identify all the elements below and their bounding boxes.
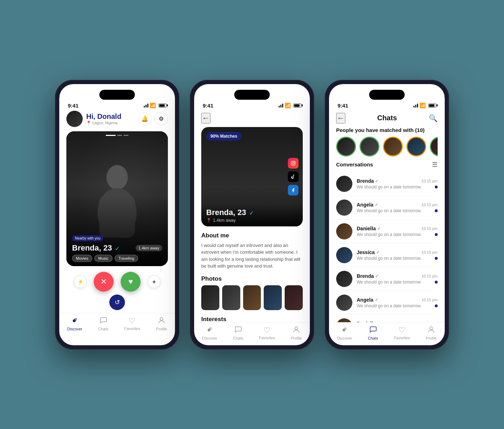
conv-name-1: Brenda — [357, 178, 374, 184]
nav-discover-2[interactable]: Discover — [202, 325, 217, 340]
hero-distance: 1.4km away — [213, 218, 236, 223]
filter-button[interactable]: ⚙ — [154, 112, 168, 126]
sb3-2 — [415, 105, 416, 108]
like-button[interactable]: ♥ — [121, 272, 141, 292]
conv-avatar-img-3 — [336, 223, 352, 240]
nav-profile-2[interactable]: Profile — [291, 325, 302, 340]
back-button-3[interactable]: ← — [336, 113, 345, 123]
conv-verified-5: ✓ — [375, 274, 379, 279]
battery-fill-3 — [429, 104, 434, 107]
dynamic-island-2 — [234, 90, 270, 100]
chats-nav-icon-2 — [234, 325, 242, 335]
svg-point-0 — [106, 165, 128, 190]
conv-time-4: 10:15 pm — [421, 250, 438, 254]
nav-chats-2[interactable]: Chats — [233, 325, 243, 340]
svg-point-10 — [209, 327, 212, 330]
chats-nav-icon-1 — [99, 316, 107, 326]
nav-profile-1[interactable]: Profile — [156, 316, 167, 331]
status-icons-2: 📶 — [279, 103, 301, 108]
boost-button[interactable]: ★ — [148, 275, 160, 288]
svg-point-14 — [430, 327, 433, 330]
conv-avatar-img-7 — [336, 318, 352, 322]
conv-preview-row-3: We should go on a date tomorrow. — [357, 232, 438, 237]
conversation-daniella-1[interactable]: Daniella ✓ 10:15 pm We should go on a da… — [336, 220, 438, 243]
nav-chats-3[interactable]: Chats — [368, 325, 378, 340]
conversations-list: Brenda ✓ 10:15 pm We should go on a date… — [329, 172, 445, 322]
about-text: I would call myself an introvert and als… — [201, 242, 303, 270]
unread-dot-2 — [435, 209, 438, 212]
back-button-2[interactable]: ← — [201, 113, 210, 123]
nav-chats-1[interactable]: Chats — [98, 316, 109, 331]
conv-preview-row-1: We should go on a date tomorrow. — [357, 185, 438, 189]
svg-point-11 — [295, 327, 298, 330]
conv-verified-6: ✓ — [375, 297, 378, 302]
match-avatar-5[interactable] — [430, 137, 438, 156]
conv-verified-2: ✓ — [375, 202, 378, 207]
conv-avatar-brenda-2 — [336, 271, 352, 287]
conv-preview-1: We should go on a date tomorrow. — [357, 185, 432, 189]
phones-container: 9:41 📶 — [55, 80, 449, 350]
bottom-nav-3: Discover Chats ♡ Favorites — [329, 322, 445, 345]
conv-body-1: Brenda ✓ 10:15 pm We should go on a date… — [357, 178, 438, 189]
back-header-2: ← — [194, 111, 310, 127]
facebook-icon[interactable] — [288, 185, 298, 196]
profile-nav-icon-3 — [427, 325, 435, 335]
matches-row — [336, 137, 438, 156]
nav-profile-3[interactable]: Profile — [426, 325, 437, 340]
match-avatar-2[interactable] — [360, 137, 379, 156]
nav-chats-label-1: Chats — [98, 327, 109, 331]
conversation-angela-2[interactable]: Angela ✓ 10:15 pm We should go on a date… — [336, 291, 438, 315]
match-avatar-4[interactable] — [406, 137, 426, 156]
match-avatar-img-2 — [361, 138, 378, 155]
nav-favorites-3[interactable]: ♡ Favorites — [394, 326, 410, 340]
chats-page-title: Chats — [377, 114, 397, 122]
svg-point-8 — [294, 161, 295, 162]
conv-avatar-img-1 — [336, 176, 352, 192]
filter-conversations-icon[interactable]: ☰ — [432, 161, 438, 169]
conversation-jessica-1[interactable]: Jessica ✓ 10:15 pm We should go on a dat… — [336, 243, 438, 267]
nav-favorites-1[interactable]: ♡ Favorites — [124, 317, 140, 331]
match-avatar-1[interactable] — [336, 137, 356, 156]
search-icon-chats[interactable]: 🔍 — [429, 114, 438, 122]
conv-preview-5: We should go on a date tomorrow. — [357, 280, 432, 285]
conversation-brenda-1[interactable]: Brenda ✓ 10:15 pm We should go on a date… — [336, 172, 438, 196]
nav-discover-1[interactable]: Discover — [67, 316, 82, 331]
sb3-1 — [413, 106, 415, 108]
sb2-1 — [279, 106, 280, 108]
conversation-brenda-2[interactable]: Brenda ✓ 10:15 pm We should go on a date… — [336, 267, 438, 291]
svg-rect-6 — [291, 161, 295, 165]
notification-button[interactable]: 🔔 — [138, 112, 152, 126]
photos-title: Photos — [201, 275, 303, 282]
conv-time-5: 10:15 pm — [421, 274, 438, 278]
match-avatar-3[interactable] — [383, 137, 403, 156]
status-time-3: 9:41 — [338, 103, 348, 109]
discover-nav-icon-3 — [341, 325, 349, 335]
battery-icon-3 — [428, 104, 436, 108]
prog-dot-3 — [124, 135, 128, 136]
favorites-nav-icon-3: ♡ — [398, 326, 405, 335]
photo-4 — [264, 285, 282, 310]
conv-name-2: Angela — [357, 202, 373, 208]
dislike-button[interactable]: ✕ — [94, 272, 114, 292]
sb2-2 — [280, 105, 281, 108]
conv-preview-row-4: We should go on a date tomorrow. — [357, 256, 438, 261]
card-main[interactable]: Nearby with you Brenda, 23 ✓ 1.4km away … — [66, 131, 168, 266]
nearby-badge: Nearby with you — [72, 235, 103, 241]
svg-point-7 — [292, 162, 294, 164]
conv-name-row-2: Angela ✓ 10:15 pm — [357, 202, 438, 208]
instagram-icon[interactable] — [288, 158, 298, 169]
nav-discover-3[interactable]: Discover — [337, 325, 352, 340]
refresh-area: ↺ — [59, 292, 175, 313]
nav-favorites-2[interactable]: ♡ Favorites — [259, 326, 275, 340]
svg-point-5 — [160, 318, 163, 320]
conv-name-row-1: Brenda ✓ 10:15 pm — [357, 178, 438, 184]
conversations-title: Conversations — [336, 161, 373, 167]
tiktok-icon[interactable] — [288, 171, 298, 182]
favorites-nav-icon-2: ♡ — [263, 326, 270, 335]
star-button[interactable]: ⚡ — [74, 275, 87, 288]
match-avatar-img-3 — [384, 138, 402, 155]
conversation-angela-1[interactable]: Angela ✓ 10:15 pm We should go on a date… — [336, 196, 438, 220]
refresh-button[interactable]: ↺ — [109, 295, 125, 310]
bottom-nav-2: Discover Chats ♡ Favorites — [194, 322, 310, 345]
conversation-daniella-2[interactable]: Daniella ✓ 10:15 pm We should go on a da… — [336, 315, 438, 322]
